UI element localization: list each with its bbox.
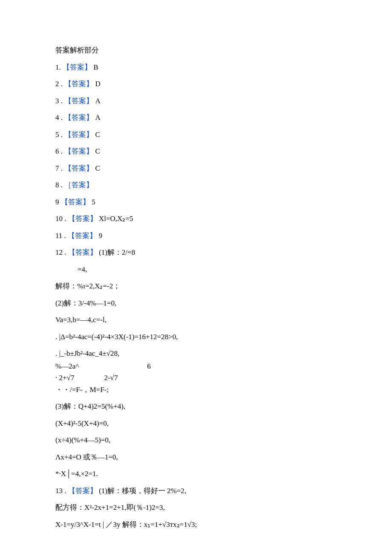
answer-label: 【答案】 <box>68 232 97 240</box>
solution-line: =4, <box>55 264 337 275</box>
item-number: 10 . <box>55 215 66 223</box>
solution-frac-bottom: %—2a^ 6 <box>55 361 337 372</box>
item-number: 5 . <box>55 131 63 139</box>
solution-line: (x÷4)(%+4—5)=0, <box>55 435 337 446</box>
answer-label: 【答案】 <box>64 80 93 88</box>
item-number: 1. <box>55 63 61 71</box>
item-number: 2 . <box>55 80 63 88</box>
frac-denom-left: %—2a^ <box>55 361 79 372</box>
solution-line: Λx+4=O 或％—1=0, <box>55 452 337 463</box>
answer-value: C <box>95 147 100 155</box>
answer-label: 【答案】 <box>64 113 93 122</box>
item-number: 4 . <box>55 113 63 122</box>
answer-item-6: 6 . 【答案】 C <box>55 146 337 157</box>
solution-line: . |Δ=b²-4ac=(-4)²-4×3X(-1)=16+12=28>0, <box>55 331 337 343</box>
solution-line: (X+4)²-5(X+4)=0, <box>55 418 337 429</box>
solution-line: (2)解：3/-4%—1=0, <box>55 298 337 309</box>
solution-text: (1)解：移项，得好一 2%=2, <box>99 487 186 495</box>
solution-line: (3)解：Q+4)2=5(%+4), <box>55 401 337 412</box>
section-title: 答案解析部分 <box>55 45 337 56</box>
answer-label: 【答案】 <box>64 164 93 172</box>
answer-item-7: 7 . 【答案】 C <box>55 163 337 174</box>
answer-value: A <box>95 97 101 105</box>
item-number: 12 . <box>55 248 66 256</box>
answer-label: 【答案】 <box>68 487 97 495</box>
item-number: 13 . <box>55 487 66 495</box>
solution-line: X-1=y/3^X-1=t | ／3y 解得：x₁=1+√3тx₂=1√3; <box>55 519 337 530</box>
solution-line: Va=3,b=—4,c=-l, <box>55 314 337 325</box>
item-number: 6 . <box>55 147 63 155</box>
answer-item-3: 3 . 【答案】 A <box>55 96 337 107</box>
item-number: 7 . <box>55 164 63 172</box>
answer-value: B <box>93 63 98 71</box>
item-number: 8 . <box>55 181 63 189</box>
solution-line: ・・/=F-，M=F-; <box>55 384 337 395</box>
item-number: 3 . <box>55 97 63 105</box>
answer-value: 9 <box>98 232 102 240</box>
root-1: · 2+√7 <box>55 372 74 384</box>
answer-label: 【答案】 <box>61 198 90 206</box>
answer-label: 【答案】 <box>68 215 97 223</box>
answer-item-12-line1: 12 . 【答案】 (1)解：2/=8 <box>55 247 337 258</box>
item-number: 9 <box>55 198 59 206</box>
answer-label: 【答案】 <box>64 131 93 139</box>
answer-value: C <box>95 164 100 172</box>
answer-label: 【答案】 <box>68 248 97 256</box>
answer-item-1: 1. 【答案】 B <box>55 62 337 73</box>
answer-label: 【答案】 <box>63 63 92 71</box>
answer-value: D <box>95 80 101 88</box>
answer-item-8: 8 . ［答案】 <box>55 180 337 191</box>
answer-item-13-line1: 13 . 【答案】 (1)解：移项，得好一 2%=2, <box>55 485 337 497</box>
frac-denom-right: 6 <box>96 361 151 372</box>
root-2: 2-√7 <box>91 372 118 384</box>
answer-value: A <box>95 113 101 122</box>
answer-label-alt: ［答案】 <box>64 181 93 189</box>
solution-frac-top: . |_-b±Jb²-4ac_4±√28, <box>55 348 337 359</box>
answer-item-4: 4 . 【答案】 A <box>55 112 337 123</box>
answer-key-page: 答案解析部分 1. 【答案】 B 2 . 【答案】 D 3 . 【答案】 A 4… <box>0 0 392 555</box>
answer-label: 【答案】 <box>64 97 93 105</box>
solution-roots-row: · 2+√7 2-√7 <box>55 372 337 384</box>
solution-line: 解得：%ı=2,X₂=-2； <box>55 281 337 292</box>
answer-label: 【答案】 <box>64 147 93 155</box>
solution-text: (1)解：2/=8 <box>99 248 135 256</box>
item-number: 11 . <box>55 232 66 240</box>
answer-item-11: 11 . 【答案】 9 <box>55 230 337 241</box>
answer-value: Xl=O,X₂=5 <box>99 215 133 223</box>
answer-item-10: 10 . 【答案】 Xl=O,X₂=5 <box>55 213 337 224</box>
answer-value: 5 <box>92 198 95 206</box>
answer-value: C <box>95 131 100 139</box>
answer-item-2: 2 . 【答案】 D <box>55 78 337 90</box>
answer-item-5: 5 . 【答案】 C <box>55 129 337 140</box>
answer-item-9: 9 【答案】 5 <box>55 197 337 208</box>
solution-line: *·X│=4,×2=1. <box>55 468 337 479</box>
solution-line: 配方得：X²-2x+1=2+1,即(％-1)2=3, <box>55 502 337 513</box>
